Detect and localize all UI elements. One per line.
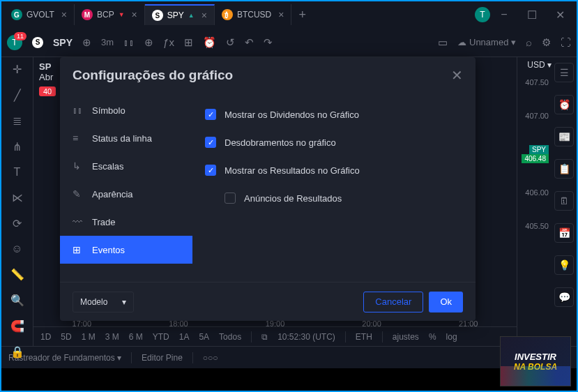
chat-icon[interactable]: 💬 [554,287,574,307]
interval-select[interactable]: 3m [101,37,114,47]
zoom-icon[interactable]: 🔍 [10,294,24,307]
checkbox-icon[interactable]: ✓ [205,109,216,120]
data-icon[interactable]: 🗓 [554,191,574,211]
close-icon[interactable]: × [201,10,207,21]
checkbox-icon[interactable] [225,193,236,204]
undo-icon[interactable]: ↶ [245,36,254,49]
range-5d[interactable]: 5D [61,332,71,342]
more-icon[interactable]: ○○○ [203,353,218,363]
minimize-icon[interactable]: − [490,4,518,25]
emoji-icon[interactable]: ☺ [11,243,22,255]
template-dropdown[interactable]: Modelo▾ [73,292,134,312]
checkbox-icon[interactable]: ✓ [205,165,216,176]
search-icon[interactable]: ⌕ [526,36,532,48]
ruler-icon[interactable]: 📏 [10,268,24,281]
ok-button[interactable]: Ok [429,292,463,312]
add-icon[interactable]: ⊕ [82,36,91,49]
drawing-toolbar: ✛ ╱ ≣ ⋔ T ⋉ ⟳ ☺ 📏 🔍 🧲 🔒 [1,57,33,346]
adj-toggle[interactable]: ajustes [393,332,419,342]
pitchfork-icon[interactable]: ⋔ [13,140,22,153]
range-ytd[interactable]: YTD [153,332,169,342]
log-toggle[interactable]: log [446,332,457,342]
text-icon[interactable]: T [14,166,21,179]
templates-icon[interactable]: ⊞ [184,36,193,49]
user-menu[interactable]: T 11 [7,35,22,50]
maximize-icon[interactable]: ☐ [518,4,546,25]
magnet-icon[interactable]: 🧲 [10,319,24,333]
session-toggle[interactable]: ETH [356,332,372,342]
nav-scales[interactable]: ↳Escalas [60,152,192,180]
opt-dividends[interactable]: ✓ Mostrar os Dividendos no Gráfico [205,100,463,128]
tab-icon-btc: ₿ [222,9,233,20]
close-icon[interactable]: × [132,9,137,20]
ideas-icon[interactable]: 💡 [554,255,574,275]
currency-select[interactable]: USD ▾ [527,60,552,70]
range-6m[interactable]: 6 M [129,332,143,342]
calendar-icon[interactable]: 📅 [554,223,574,243]
pine-editor-tab[interactable]: Editor Pine [142,353,183,363]
nav-status[interactable]: ≡Status da linha [60,124,192,152]
nav-events[interactable]: ⊞Eventos [60,236,192,264]
modal-title: Configurações do gráfico [73,68,233,83]
tab-btc[interactable]: ₿ BTCUSD × [215,4,292,25]
price-axis[interactable]: 407.50 407.00 SPY 406.48 406.00 405.50 [517,78,549,255]
compare-icon[interactable]: ⊕ [144,36,153,49]
tab-spy[interactable]: S SPY ▲ × [145,4,215,25]
cancel-button[interactable]: Cancelar [363,292,423,312]
close-icon[interactable]: × [278,9,284,20]
nav-symbol[interactable]: ⫾⫾Símbolo [60,96,192,124]
opt-announcements[interactable]: Anúncios de Resultados [205,184,463,212]
watchlist-icon[interactable]: ☰ [554,63,574,82]
settings-nav: ⫾⫾Símbolo ≡Status da linha ↳Escalas ✎Apa… [60,93,192,282]
close-icon[interactable]: ✕ [451,67,463,84]
fullscreen-icon[interactable]: ⛶ [561,36,571,48]
range-5a[interactable]: 5A [199,332,209,342]
candles-icon[interactable]: ⫾⫾ [123,36,135,48]
layout-icon[interactable]: ▭ [438,36,448,49]
alerts-icon[interactable]: ⏰ [554,95,574,114]
range-1a[interactable]: 1A [179,332,190,342]
range-1m[interactable]: 1 M [82,332,96,342]
redo-icon[interactable]: ↷ [264,36,273,49]
lines-icon: ≡ [73,133,84,144]
indicators-icon[interactable]: ƒx [163,36,174,48]
trendline-icon[interactable]: ╱ [14,89,21,102]
opt-earnings[interactable]: ✓ Mostrar os Resultados no Gráfico [205,156,463,184]
replay-icon[interactable]: ↺ [226,36,235,49]
close-icon[interactable]: × [61,9,67,20]
tab-gvolt[interactable]: G GVOLT × [4,4,75,25]
alert-icon[interactable]: ⏰ [203,36,216,49]
crosshair-icon[interactable]: ✛ [13,63,22,76]
range-all[interactable]: Todos [219,332,241,342]
chart-settings-modal: Configurações do gráfico ✕ ⫾⫾Símbolo ≡St… [60,57,476,321]
hotlist-icon[interactable]: 📋 [554,159,574,179]
goto-date-icon[interactable]: ⧉ [261,332,268,342]
news-icon[interactable]: 📰 [554,127,574,146]
layout-name[interactable]: ☁ Unnamed ▾ [457,37,516,47]
tab-bcp[interactable]: M BCP ▼ × [75,4,145,25]
tab-icon-m: M [82,9,93,20]
notification-badge: 11 [14,32,26,40]
price-panel: USD ▾ 407.50 407.00 SPY 406.48 406.00 40… [517,57,577,346]
gear-icon[interactable]: ⚙ [542,36,551,49]
symbol-icon[interactable]: S [32,37,43,48]
lock-icon[interactable]: 🔒 [10,345,24,359]
nav-trade[interactable]: 〰Trade [60,208,192,236]
nav-appearance[interactable]: ✎Aparência [60,180,192,208]
close-window-icon[interactable]: ✕ [546,4,574,25]
fib-icon[interactable]: ≣ [13,114,22,128]
clock-display[interactable]: 10:52:30 (UTC) [277,332,335,342]
new-tab-button[interactable]: + [291,8,313,22]
user-avatar[interactable]: T [475,7,490,22]
up-indicator-icon: ▲ [188,12,195,19]
pattern-icon[interactable]: ⋉ [12,191,23,204]
range-1d[interactable]: 1D [40,332,51,342]
checkbox-icon[interactable]: ✓ [205,137,216,148]
screener-tab[interactable]: Rastreador de Fundamentos ▾ [8,353,121,363]
range-3m[interactable]: 3 M [105,332,119,342]
pct-toggle[interactable]: % [429,332,436,342]
symbol-name[interactable]: SPY [53,37,73,48]
forecast-icon[interactable]: ⟳ [13,217,22,230]
promo-banner[interactable]: INVESTIR NA BOLSA [500,336,571,386]
opt-splits[interactable]: ✓ Desdobramentos no gráfico [205,128,463,156]
